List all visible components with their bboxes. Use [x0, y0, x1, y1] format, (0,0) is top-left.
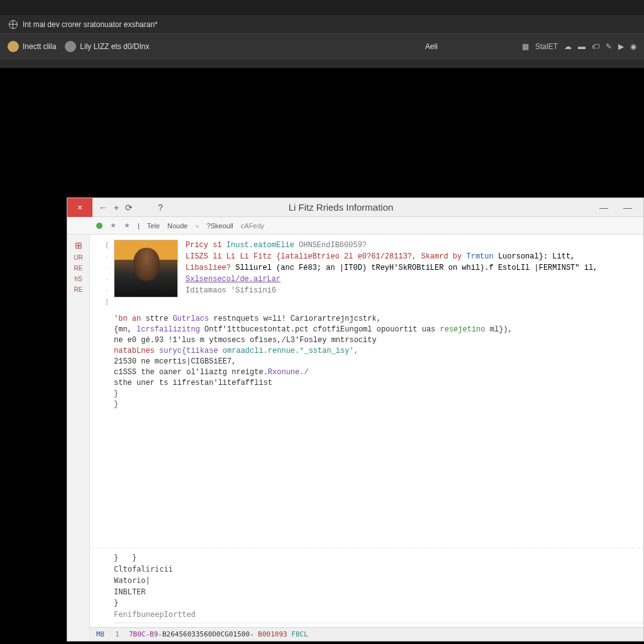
status-left[interactable]: M8 [96, 630, 109, 638]
back-button[interactable]: ← [99, 203, 108, 213]
window-body: ⊞ UR RE hS RE {····} Pricy s1 Inust.eato… [67, 235, 643, 641]
globe-icon [9, 20, 18, 29]
meta-name: Trmtun [466, 252, 493, 261]
meta-key: Libasliee? [186, 264, 231, 272]
window-title: Li Fitz Rrieds Information [169, 202, 588, 213]
code-token: lcrsfailizitng [136, 325, 200, 334]
toolbar-item-1[interactable]: Tele [147, 222, 160, 230]
user-chip-1-label: Inectt clila [23, 42, 56, 51]
meta-key: Pricy s1 [186, 241, 222, 250]
os-titlebar [0, 0, 644, 15]
close-button[interactable]: × [67, 198, 92, 217]
editor-pane: {····} Pricy s1 Inust.eatomElie OHNSEndI… [90, 235, 643, 641]
meta-key: Iditamaos [186, 286, 226, 295]
nav-controls: ← + ⟳ ? [92, 203, 169, 213]
meta-link[interactable]: Sxlsensecol/de.airLar [186, 275, 280, 284]
code-token: 'bn an [114, 314, 141, 323]
meta-tail: Luorsonal}: Litt, [494, 252, 575, 261]
star-icon[interactable]: ★ [124, 221, 130, 230]
close-icon: × [77, 203, 82, 213]
menu-center-label[interactable]: Aeli [425, 42, 438, 51]
code-token: resejetino [435, 325, 485, 334]
minus-icon[interactable]: ▬ [578, 42, 586, 51]
grid-icon[interactable]: ▦ [522, 42, 529, 51]
profile-photo[interactable] [114, 240, 178, 297]
status-hash: 7B0C-B9-B26456033560D0CG01500- B001093 F… [129, 630, 308, 638]
toolbar-icon-group: ▦ StalET ☁ ▬ 🏷 ✎ ▶ ◉ [522, 42, 636, 51]
hand-icon[interactable]: ✎ [606, 42, 612, 51]
footer-line: Watorio| [114, 575, 643, 586]
toolbar-item-4[interactable]: cAFedy [241, 222, 264, 230]
hash-seg: B26456033560D0CG01500- [162, 630, 254, 638]
status-dot-icon [96, 223, 103, 229]
tag-icon[interactable]: 🏷 [592, 42, 599, 51]
info-window: × ← + ⟳ ? Li Fitz Rrieds Information — —… [67, 197, 644, 641]
toolbar-right-label: StalET [535, 42, 558, 51]
code-line: 21530 ne mcertis|CIGBSiEE7, [114, 357, 643, 367]
code-line: sthe uner ts iifrestan'litefafflist [114, 378, 643, 389]
window-controls: — — [588, 203, 643, 213]
avatar-icon [65, 41, 76, 52]
code-token: omraadcli.rennue.*_sstan_isy', [218, 347, 358, 355]
star-icon[interactable]: ★ [110, 221, 116, 230]
code-token: ml}), [486, 325, 513, 334]
hash-seg: 7B0C-B9- [129, 630, 162, 638]
breadcrumb-text: Int mai dev crorer sratonuator exsharan* [23, 20, 158, 29]
code-token: {mn, [114, 325, 132, 334]
line-gutter: ⊞ UR RE hS RE [67, 235, 90, 641]
code-token: suryc{tiikase [155, 347, 218, 355]
gutter-label: RE [67, 263, 89, 274]
code-token: c1SSS the oaner ol'liaztg nreigte. [114, 368, 268, 377]
footer-line: FenifbuneepIortted [114, 609, 643, 620]
gutter-label: hS [67, 274, 89, 284]
code-block: 'bn an sttre Gutrlacs restnquets w=li! C… [90, 314, 643, 410]
status-left2: 1 [115, 630, 123, 638]
cloud-icon[interactable]: ☁ [564, 42, 572, 51]
menu-bar: Inectt clila Lily LIZZ ets d0/DInx Aeli … [0, 34, 644, 59]
meta-val: 'Sifisini6 [231, 286, 276, 295]
code-token: sttre [141, 314, 172, 323]
code-token: Ontf'1ttbucestontat.pct cfotfiEungoml op… [200, 325, 435, 334]
gutter-label: RE [67, 284, 89, 295]
code-token: natabLnes [114, 347, 155, 355]
gutter-marker-icon[interactable]: ⊞ [67, 238, 89, 252]
help-button[interactable]: ? [158, 203, 163, 213]
meta-line: LISZS li Li Li Fitz {latalieBtrieo 2l e0… [186, 252, 462, 261]
footer-line: Cltofaliricii [114, 564, 643, 575]
code-token: Rxonune./ [268, 368, 309, 377]
code-token: restnquets w=li! Cariorartrejnjcstrk, [209, 314, 381, 323]
user-chip-2[interactable]: Lily LIZZ ets d0/DInx [65, 41, 149, 52]
camera-icon[interactable]: ◉ [630, 42, 636, 51]
hash-seg: F8CL [291, 630, 308, 638]
play-icon[interactable]: ▶ [618, 42, 624, 51]
window-titlebar: × ← + ⟳ ? Li Fitz Rrieds Information — — [67, 198, 643, 217]
profile-meta: Pricy s1 Inust.eatomElie OHNSEndIB60059?… [186, 240, 597, 296]
user-chip-2-label: Lily LIZZ ets d0/DInx [80, 42, 149, 51]
gutter-label: UR [67, 252, 89, 263]
meta-val: Inust.eatomElie [226, 241, 294, 250]
reload-button[interactable]: ⟳ [125, 203, 133, 213]
breadcrumb-bar: Int mai dev crorer sratonuator exsharan* [0, 15, 644, 34]
app-shell: Int mai dev crorer sratonuator exsharan*… [0, 0, 644, 68]
minimize-button[interactable]: — [599, 203, 608, 213]
user-chip-1[interactable]: Inectt clila [8, 41, 56, 52]
code-token: Gutrlacs [173, 314, 209, 323]
meta-id: OHNSEndIB60059? [299, 241, 367, 250]
footer-meta: } } Cltofaliricii Watorio| INBLTER } Fen… [90, 548, 643, 627]
window-toolbar: ★ ★ | Tele Noude « ?Skeoull cAFedy [67, 217, 643, 235]
avatar-icon [8, 41, 19, 52]
toolbar-item-3[interactable]: ?Skeoull [207, 222, 233, 230]
meta-val: Slliurel (anc Fé83; an |IT0D) tReyH'SkRO… [235, 264, 597, 272]
status-bar: M8 1 7B0C-B9-B26456033560D0CG01500- B001… [90, 627, 643, 641]
code-line: ne e0 gé.93 !1'lus m ytmosecs ofises,/L3… [114, 335, 643, 346]
fold-column: {····} [100, 240, 114, 308]
hash-seg: B001093 [254, 630, 292, 638]
footer-line: INBLTER [114, 586, 643, 597]
maximize-button[interactable]: — [623, 203, 632, 213]
toolbar-item-2[interactable]: Noude [167, 222, 187, 230]
